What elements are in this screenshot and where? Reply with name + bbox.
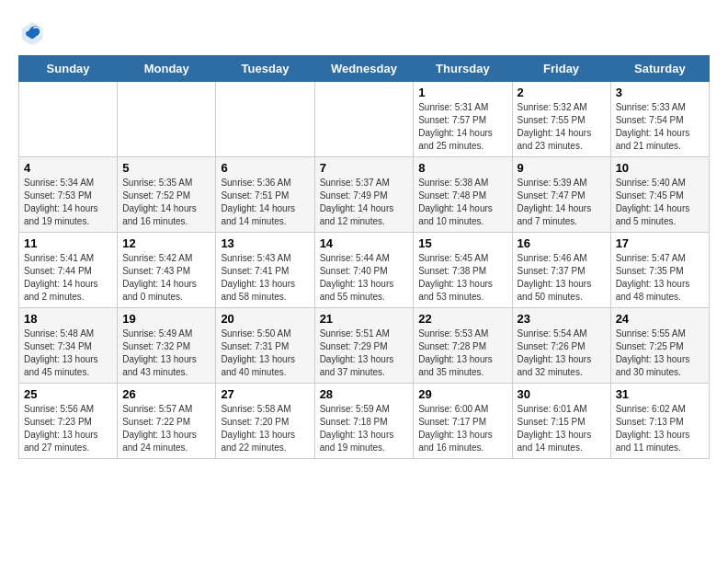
calendar-cell: 11Sunrise: 5:41 AM Sunset: 7:44 PM Dayli… <box>19 233 118 308</box>
calendar-cell <box>19 82 118 157</box>
calendar-cell: 22Sunrise: 5:53 AM Sunset: 7:28 PM Dayli… <box>414 308 512 384</box>
calendar-cell: 28Sunrise: 5:59 AM Sunset: 7:18 PM Dayli… <box>314 384 414 459</box>
calendar-cell: 5Sunrise: 5:35 AM Sunset: 7:52 PM Daylig… <box>118 157 216 233</box>
day-number: 26 <box>122 387 210 401</box>
day-info: Sunrise: 5:46 AM Sunset: 7:37 PM Dayligh… <box>518 252 606 304</box>
calendar-cell: 27Sunrise: 5:58 AM Sunset: 7:20 PM Dayli… <box>216 384 314 459</box>
day-info: Sunrise: 5:33 AM Sunset: 7:54 PM Dayligh… <box>616 101 704 153</box>
calendar-cell <box>118 82 216 157</box>
day-info: Sunrise: 5:38 AM Sunset: 7:48 PM Dayligh… <box>418 177 506 228</box>
day-number: 3 <box>616 86 704 99</box>
day-number: 24 <box>616 312 704 326</box>
calendar-cell: 14Sunrise: 5:44 AM Sunset: 7:40 PM Dayli… <box>314 233 414 308</box>
day-number: 9 <box>518 161 606 175</box>
day-info: Sunrise: 5:36 AM Sunset: 7:51 PM Dayligh… <box>221 177 309 228</box>
day-number: 11 <box>24 236 112 250</box>
day-number: 31 <box>616 387 704 401</box>
day-number: 17 <box>616 236 704 250</box>
day-info: Sunrise: 5:57 AM Sunset: 7:22 PM Dayligh… <box>122 403 210 454</box>
day-info: Sunrise: 5:58 AM Sunset: 7:20 PM Dayligh… <box>221 403 309 454</box>
calendar-cell: 9Sunrise: 5:39 AM Sunset: 7:47 PM Daylig… <box>512 157 610 233</box>
calendar-cell: 12Sunrise: 5:42 AM Sunset: 7:43 PM Dayli… <box>118 233 216 308</box>
day-number: 22 <box>418 312 506 326</box>
day-number: 21 <box>320 312 409 326</box>
day-info: Sunrise: 5:51 AM Sunset: 7:29 PM Dayligh… <box>320 327 409 379</box>
weekday-header-monday: Monday <box>118 56 216 82</box>
calendar-cell <box>314 82 414 157</box>
day-info: Sunrise: 5:31 AM Sunset: 7:57 PM Dayligh… <box>418 101 506 153</box>
day-number: 27 <box>221 387 309 401</box>
calendar-cell: 6Sunrise: 5:36 AM Sunset: 7:51 PM Daylig… <box>216 157 314 233</box>
calendar-cell: 29Sunrise: 6:00 AM Sunset: 7:17 PM Dayli… <box>414 384 512 459</box>
day-info: Sunrise: 6:02 AM Sunset: 7:13 PM Dayligh… <box>616 403 704 454</box>
day-info: Sunrise: 5:59 AM Sunset: 7:18 PM Dayligh… <box>320 403 409 454</box>
weekday-header-row: SundayMondayTuesdayWednesdayThursdayFrid… <box>19 56 710 82</box>
day-info: Sunrise: 5:32 AM Sunset: 7:55 PM Dayligh… <box>518 101 606 153</box>
calendar-cell: 3Sunrise: 5:33 AM Sunset: 7:54 PM Daylig… <box>610 82 709 157</box>
day-number: 10 <box>616 161 704 175</box>
day-info: Sunrise: 5:34 AM Sunset: 7:53 PM Dayligh… <box>24 177 112 228</box>
day-info: Sunrise: 5:37 AM Sunset: 7:49 PM Dayligh… <box>320 177 409 228</box>
calendar-cell: 24Sunrise: 5:55 AM Sunset: 7:25 PM Dayli… <box>610 308 709 384</box>
day-number: 19 <box>122 312 210 326</box>
calendar-body: 1Sunrise: 5:31 AM Sunset: 7:57 PM Daylig… <box>19 82 710 459</box>
calendar-cell: 23Sunrise: 5:54 AM Sunset: 7:26 PM Dayli… <box>512 308 610 384</box>
day-info: Sunrise: 5:45 AM Sunset: 7:38 PM Dayligh… <box>418 252 506 304</box>
calendar-week-1: 1Sunrise: 5:31 AM Sunset: 7:57 PM Daylig… <box>19 82 710 157</box>
day-info: Sunrise: 5:53 AM Sunset: 7:28 PM Dayligh… <box>418 327 506 379</box>
logo-icon <box>18 18 46 46</box>
calendar-week-5: 25Sunrise: 5:56 AM Sunset: 7:23 PM Dayli… <box>19 384 710 459</box>
day-number: 1 <box>418 86 506 99</box>
calendar-table: SundayMondayTuesdayWednesdayThursdayFrid… <box>18 55 710 459</box>
day-number: 14 <box>320 236 409 250</box>
calendar-cell: 25Sunrise: 5:56 AM Sunset: 7:23 PM Dayli… <box>19 384 118 459</box>
day-number: 29 <box>418 387 506 401</box>
calendar-week-3: 11Sunrise: 5:41 AM Sunset: 7:44 PM Dayli… <box>19 233 710 308</box>
day-number: 8 <box>418 161 506 175</box>
day-info: Sunrise: 5:39 AM Sunset: 7:47 PM Dayligh… <box>518 177 606 228</box>
day-info: Sunrise: 5:42 AM Sunset: 7:43 PM Dayligh… <box>122 252 210 304</box>
day-info: Sunrise: 5:48 AM Sunset: 7:34 PM Dayligh… <box>24 327 112 379</box>
calendar-cell: 19Sunrise: 5:49 AM Sunset: 7:32 PM Dayli… <box>118 308 216 384</box>
day-number: 4 <box>24 161 112 175</box>
calendar-cell: 20Sunrise: 5:50 AM Sunset: 7:31 PM Dayli… <box>216 308 314 384</box>
day-number: 20 <box>221 312 309 326</box>
day-info: Sunrise: 5:40 AM Sunset: 7:45 PM Dayligh… <box>616 177 704 228</box>
weekday-header-wednesday: Wednesday <box>314 56 414 82</box>
calendar-cell <box>216 82 314 157</box>
day-number: 2 <box>518 86 606 99</box>
weekday-header-tuesday: Tuesday <box>216 56 314 82</box>
day-number: 25 <box>24 387 112 401</box>
calendar-cell: 26Sunrise: 5:57 AM Sunset: 7:22 PM Dayli… <box>118 384 216 459</box>
calendar-cell: 18Sunrise: 5:48 AM Sunset: 7:34 PM Dayli… <box>19 308 118 384</box>
day-number: 18 <box>24 312 112 326</box>
calendar-week-4: 18Sunrise: 5:48 AM Sunset: 7:34 PM Dayli… <box>19 308 710 384</box>
day-number: 6 <box>221 161 309 175</box>
weekday-header-friday: Friday <box>512 56 610 82</box>
weekday-header-thursday: Thursday <box>414 56 512 82</box>
calendar-cell: 7Sunrise: 5:37 AM Sunset: 7:49 PM Daylig… <box>314 157 414 233</box>
calendar-cell: 2Sunrise: 5:32 AM Sunset: 7:55 PM Daylig… <box>512 82 610 157</box>
calendar-cell: 10Sunrise: 5:40 AM Sunset: 7:45 PM Dayli… <box>610 157 709 233</box>
calendar-header: SundayMondayTuesdayWednesdayThursdayFrid… <box>19 56 710 82</box>
day-number: 23 <box>518 312 606 326</box>
day-info: Sunrise: 5:41 AM Sunset: 7:44 PM Dayligh… <box>24 252 112 304</box>
day-info: Sunrise: 5:47 AM Sunset: 7:35 PM Dayligh… <box>616 252 704 304</box>
day-number: 7 <box>320 161 409 175</box>
day-number: 12 <box>122 236 210 250</box>
calendar-cell: 17Sunrise: 5:47 AM Sunset: 7:35 PM Dayli… <box>610 233 709 308</box>
day-info: Sunrise: 5:35 AM Sunset: 7:52 PM Dayligh… <box>122 177 210 228</box>
day-info: Sunrise: 5:54 AM Sunset: 7:26 PM Dayligh… <box>518 327 606 379</box>
page-header <box>18 18 710 46</box>
day-info: Sunrise: 5:56 AM Sunset: 7:23 PM Dayligh… <box>24 403 112 454</box>
calendar-cell: 16Sunrise: 5:46 AM Sunset: 7:37 PM Dayli… <box>512 233 610 308</box>
day-info: Sunrise: 6:00 AM Sunset: 7:17 PM Dayligh… <box>418 403 506 454</box>
logo <box>18 18 48 46</box>
day-info: Sunrise: 5:50 AM Sunset: 7:31 PM Dayligh… <box>221 327 309 379</box>
calendar-cell: 15Sunrise: 5:45 AM Sunset: 7:38 PM Dayli… <box>414 233 512 308</box>
day-info: Sunrise: 6:01 AM Sunset: 7:15 PM Dayligh… <box>518 403 606 454</box>
calendar-cell: 4Sunrise: 5:34 AM Sunset: 7:53 PM Daylig… <box>19 157 118 233</box>
day-info: Sunrise: 5:43 AM Sunset: 7:41 PM Dayligh… <box>221 252 309 304</box>
day-number: 16 <box>518 236 606 250</box>
calendar-cell: 13Sunrise: 5:43 AM Sunset: 7:41 PM Dayli… <box>216 233 314 308</box>
